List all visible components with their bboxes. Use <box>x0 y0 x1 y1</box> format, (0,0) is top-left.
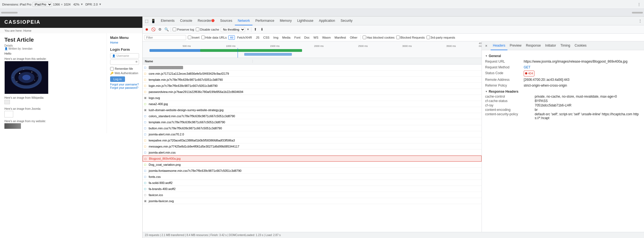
export-icon[interactable]: ⬇ <box>260 27 265 32</box>
tab-timing[interactable]: Timing <box>558 41 572 50</box>
table-row[interactable]: ◻ Blogpost_869x400a.jpg <box>143 156 482 162</box>
password-field[interactable] <box>110 60 139 65</box>
row-name: joomla-favicon.svg <box>148 199 482 203</box>
tab-cookies[interactable]: Cookies <box>572 41 589 50</box>
filter-media-btn[interactable]: Media <box>281 35 292 40</box>
table-row[interactable]: ◻ login.min.js?c78e7f9c639c9871c667c5051… <box>143 83 482 89</box>
dim-dpr-arrow: ▼ <box>99 3 102 6</box>
throttle-arrow: ▼ <box>247 28 249 31</box>
table-row[interactable]: ▣ lush-domain-website-design-surrey-webs… <box>143 107 482 113</box>
forgot-password-link[interactable]: Forgot your password? <box>110 86 139 89</box>
timeline-bar-3 <box>244 53 292 56</box>
tab-response[interactable]: Response <box>524 41 543 50</box>
table-row[interactable]: ◻ Dog_coat_variation.png <box>143 162 482 168</box>
table-row[interactable]: ◻ nasa2-400.jpg <box>143 101 482 107</box>
table-row[interactable]: ◻ messages.min.js?7425e8d1cb9e4f061d5e30… <box>143 143 482 149</box>
login-button[interactable]: Log in <box>110 76 125 82</box>
hide-data-urls-label[interactable]: Hide data URLs <box>201 36 227 39</box>
tab-elements[interactable]: Elements <box>158 17 177 25</box>
third-party-label[interactable]: 3rd-party requests <box>426 36 455 39</box>
table-row[interactable]: ◻ cassiopeia.min.css?c78... <box>143 65 482 71</box>
dim-sep: × <box>61 3 63 6</box>
filter-font-btn[interactable]: Font <box>293 35 302 40</box>
blocked-requests-checkbox[interactable] <box>396 36 400 39</box>
table-row[interactable]: ▣ joomla-favicon.svg <box>143 198 482 204</box>
table-row[interactable]: ◻ joomla-fontawesome.min.css?c78e7f9c639… <box>143 168 482 174</box>
filter-manifest-btn[interactable]: Manifest <box>333 35 348 40</box>
remember-label: Remember Me <box>115 67 133 70</box>
tab-console[interactable]: Console <box>177 17 195 25</box>
filter-input[interactable] <box>144 35 186 40</box>
import-icon[interactable]: ⬆ <box>253 27 258 32</box>
home-link[interactable]: Home <box>110 41 139 44</box>
search-icon[interactable]: 🔍 <box>164 27 169 32</box>
forgot-username-link[interactable]: Forgot your username? <box>110 83 139 86</box>
table-row[interactable]: ◻ template.min.js?c78e7f9c639c9871c667c5… <box>143 77 482 83</box>
table-row[interactable]: ◻ favicon.ico <box>143 192 482 198</box>
clear-icon[interactable]: 🚫 <box>151 27 156 32</box>
filter-fetch-btn[interactable]: Fetch/XHR <box>235 35 254 40</box>
filter-css-btn[interactable]: CSS <box>262 35 271 40</box>
device-select[interactable]: iPad Pro <box>32 2 52 7</box>
device-toggle-icon[interactable]: 📱 <box>150 18 156 24</box>
breadcrumb: You are here: Home <box>0 28 142 33</box>
table-row[interactable]: ◻ fa-solid-900.woff2 <box>143 180 482 186</box>
table-row[interactable]: ◻ template.min.css?c78e7f9c639c9871c667c… <box>143 119 482 125</box>
table-row[interactable]: ▣ logo.svg <box>143 95 482 101</box>
remember-checkbox[interactable] <box>110 67 114 71</box>
tick-2000: 2000 ms <box>314 45 324 47</box>
disable-cache-label[interactable]: Disable cache <box>196 28 219 31</box>
preserve-log-label[interactable]: Preserve log <box>173 28 194 31</box>
table-row[interactable]: ◻ core.min.js?17121a112ecec3d656efe5c5f4… <box>143 71 482 77</box>
more-options-icon[interactable]: ⋮ <box>636 2 642 7</box>
password-toggle-icon[interactable]: 👁 <box>135 60 138 63</box>
requests-area[interactable]: Name ◻ cassiopeia.min.css?c78... ◻ core.… <box>143 58 482 232</box>
invert-label[interactable]: Invert <box>188 36 200 39</box>
record-icon[interactable]: ⏺ <box>144 27 149 32</box>
has-blocked-cookies-checkbox[interactable] <box>363 36 366 39</box>
preserve-log-checkbox[interactable] <box>173 28 176 31</box>
tab-recorder[interactable]: Recorder 🔴 <box>195 17 217 25</box>
detail-close-btn[interactable]: × <box>483 42 490 49</box>
filter-all-btn[interactable]: All <box>228 35 235 40</box>
table-row[interactable]: ◻ button.min.css?c78e7f9c639c9871c667c50… <box>143 125 482 131</box>
tab-sources[interactable]: Sources <box>217 17 235 25</box>
row-name: favicon.ico <box>148 193 482 197</box>
tab-memory[interactable]: Memory <box>277 17 294 25</box>
devtools-more-icon[interactable]: ⋮ <box>637 18 643 24</box>
device-frame <box>0 9 644 17</box>
hide-data-urls-checkbox[interactable] <box>201 36 205 39</box>
filter-js-btn[interactable]: JS <box>254 35 261 40</box>
invert-checkbox[interactable] <box>188 36 191 39</box>
filter-ws-btn[interactable]: WS <box>312 35 320 40</box>
row-name: fa-solid-900.woff2 <box>148 181 482 184</box>
table-row[interactable]: ◻ fa-brands-400.woff2 <box>143 186 482 192</box>
filter-img-btn[interactable]: Img <box>272 35 280 40</box>
filter-wasm-btn[interactable]: Wasm <box>320 35 332 40</box>
table-row[interactable]: ◻ passwordview.min.js?bae2911b22f836c780… <box>143 89 482 95</box>
has-blocked-cookies-label[interactable]: Has blocked cookies <box>363 36 395 39</box>
throttle-select[interactable]: No throttling <box>221 27 245 32</box>
filter-other-btn[interactable]: Other <box>348 35 359 40</box>
tab-network[interactable]: Network <box>235 17 252 25</box>
table-row[interactable]: ◻ colors_standard.min.css?c78e7f9c639c98… <box>143 113 482 119</box>
table-row[interactable]: ◻ joomla-alert.min.css?0.2.0 <box>143 131 482 137</box>
tab-lighthouse[interactable]: Lighthouse <box>295 17 316 25</box>
tab-security[interactable]: Security <box>338 17 355 25</box>
table-row[interactable]: ◻ keepalive.min.js?20ace83a13886af1b0b5f… <box>143 137 482 143</box>
tab-application[interactable]: Application <box>316 17 338 25</box>
table-row[interactable]: ◻ joomla-alert.min.css <box>143 149 482 156</box>
filter-icon[interactable]: ⚙ <box>157 27 162 32</box>
tab-initiator[interactable]: Initiator <box>543 41 558 50</box>
tab-preview[interactable]: Preview <box>507 41 524 50</box>
inspect-icon[interactable]: ⬚ <box>144 18 149 24</box>
filter-doc-btn[interactable]: Doc <box>303 35 311 40</box>
status-bar: 23 requests | 2.1 MB transferred | 8.4 M… <box>143 232 644 238</box>
tab-headers[interactable]: Headers <box>491 41 507 50</box>
table-row[interactable]: ◻ fonts.css <box>143 174 482 180</box>
tab-performance[interactable]: Performance <box>252 17 277 25</box>
svg-icon: ▣ <box>143 199 147 203</box>
disable-cache-checkbox[interactable] <box>196 28 199 31</box>
blocked-requests-label[interactable]: Blocked Requests <box>396 36 425 39</box>
third-party-checkbox[interactable] <box>426 36 430 39</box>
